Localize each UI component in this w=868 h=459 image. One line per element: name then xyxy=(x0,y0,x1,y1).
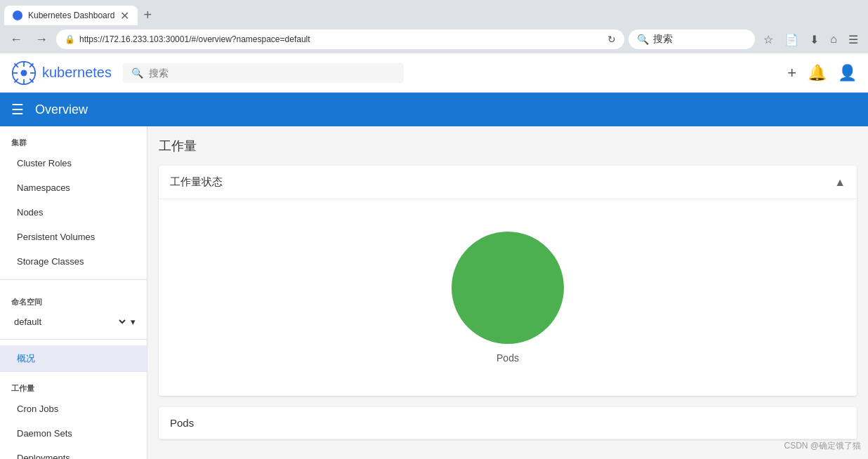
notifications-button[interactable]: 🔔 xyxy=(808,64,827,82)
refresh-button[interactable]: ↻ xyxy=(607,34,616,45)
address-bar[interactable]: 🔒 https://172.16.233.103:30001/#/overvie… xyxy=(56,29,624,49)
sidebar-item-cron-jobs[interactable]: Cron Jobs xyxy=(0,397,147,421)
sidebar-item-overview[interactable]: 概况 xyxy=(0,345,147,372)
kubernetes-logo-icon xyxy=(11,60,37,86)
watermark: CSDN @确定饿了猫 xyxy=(784,440,861,452)
pocket-button[interactable]: ☰ xyxy=(844,32,862,48)
svg-point-1 xyxy=(21,69,27,76)
top-search-bar[interactable]: 🔍 xyxy=(123,63,404,83)
namespace-selector[interactable]: default kube-system kube-public ▾ xyxy=(0,310,147,333)
sidebar-item-nodes[interactable]: Nodes xyxy=(0,200,147,225)
brand-name: kubernetes xyxy=(42,65,112,81)
sidebar-item-namespaces[interactable]: Namespaces xyxy=(0,175,147,200)
pods-section-header: Pods xyxy=(159,407,857,439)
tab-title: Kubernetes Dashboard xyxy=(28,11,114,20)
sidebar-item-daemon-sets[interactable]: Daemon Sets xyxy=(0,421,147,446)
k8s-logo: kubernetes xyxy=(11,60,112,86)
top-search-icon: 🔍 xyxy=(131,67,143,79)
cluster-section-label: 集群 xyxy=(0,126,147,151)
workload-status-title: 工作量状态 xyxy=(170,175,223,189)
content-area: 集群 Cluster Roles Namespaces Nodes Persis… xyxy=(0,126,868,459)
add-button[interactable]: + xyxy=(787,64,796,82)
namespace-section-label: 命名空间 xyxy=(0,286,147,310)
tab-favicon xyxy=(13,11,22,20)
bookmark-star-button[interactable]: ☆ xyxy=(759,32,777,48)
forward-button[interactable]: → xyxy=(31,31,52,48)
sidebar-item-persistent-volumes[interactable]: Persistent Volumes xyxy=(0,225,147,249)
security-icon: 🔒 xyxy=(65,34,75,44)
sidebar-item-storage-classes[interactable]: Storage Classes xyxy=(0,249,147,274)
workload-section-label: 工作量 xyxy=(0,372,147,397)
reader-view-button[interactable]: 📄 xyxy=(780,32,803,48)
workload-status-card-body: Pods xyxy=(159,199,857,396)
search-placeholder-text: 搜索 xyxy=(653,33,673,46)
page-header: ☰ Overview xyxy=(0,93,868,126)
url-text: https://172.16.233.103:30001/#/overview?… xyxy=(79,34,603,44)
workload-status-expand-button[interactable]: ▲ xyxy=(834,176,846,189)
workload-status-card: 工作量状态 ▲ Pods xyxy=(159,166,857,396)
top-search-input[interactable] xyxy=(149,67,395,79)
page-title: Overview xyxy=(35,102,88,117)
download-button[interactable]: ⬇ xyxy=(805,32,823,48)
pods-section: Pods xyxy=(159,407,857,439)
sidebar-item-deployments[interactable]: Deployments xyxy=(0,446,147,459)
user-avatar-button[interactable]: 👤 xyxy=(838,64,857,82)
pods-section-title: Pods xyxy=(170,417,194,429)
namespace-dropdown[interactable]: default kube-system kube-public xyxy=(11,316,128,328)
workload-status-card-header: 工作量状态 ▲ xyxy=(159,166,857,199)
active-tab[interactable]: Kubernetes Dashboard ✕ xyxy=(4,6,138,25)
pods-chart-label: Pods xyxy=(497,352,519,364)
main-content: 工作量 工作量状态 ▲ Pods Pods xyxy=(147,126,868,459)
top-navigation: kubernetes 🔍 + 🔔 👤 xyxy=(0,53,868,93)
address-bar-row: ← → 🔒 https://172.16.233.103:30001/#/ove… xyxy=(0,25,868,53)
new-tab-button[interactable]: + xyxy=(138,7,157,23)
back-button[interactable]: ← xyxy=(6,31,27,48)
pods-donut-chart xyxy=(452,232,564,344)
browser-search-bar[interactable]: 🔍 搜索 xyxy=(629,29,755,49)
workload-section-title: 工作量 xyxy=(159,138,857,154)
sidebar: 集群 Cluster Roles Namespaces Nodes Persis… xyxy=(0,126,147,459)
hamburger-menu-icon[interactable]: ☰ xyxy=(11,101,24,118)
top-nav-right: + 🔔 👤 xyxy=(787,64,857,82)
sidebar-divider-2 xyxy=(0,339,147,340)
namespace-dropdown-icon: ▾ xyxy=(131,317,136,327)
sidebar-item-cluster-roles[interactable]: Cluster Roles xyxy=(0,151,147,175)
browser-toolbar: ☆ 📄 ⬇ ⌂ ☰ xyxy=(759,32,862,48)
tab-close-button[interactable]: ✕ xyxy=(120,9,129,22)
sidebar-divider-1 xyxy=(0,279,147,280)
search-icon: 🔍 xyxy=(637,34,649,45)
home-button[interactable]: ⌂ xyxy=(826,32,841,47)
pods-chart: Pods xyxy=(452,232,564,364)
